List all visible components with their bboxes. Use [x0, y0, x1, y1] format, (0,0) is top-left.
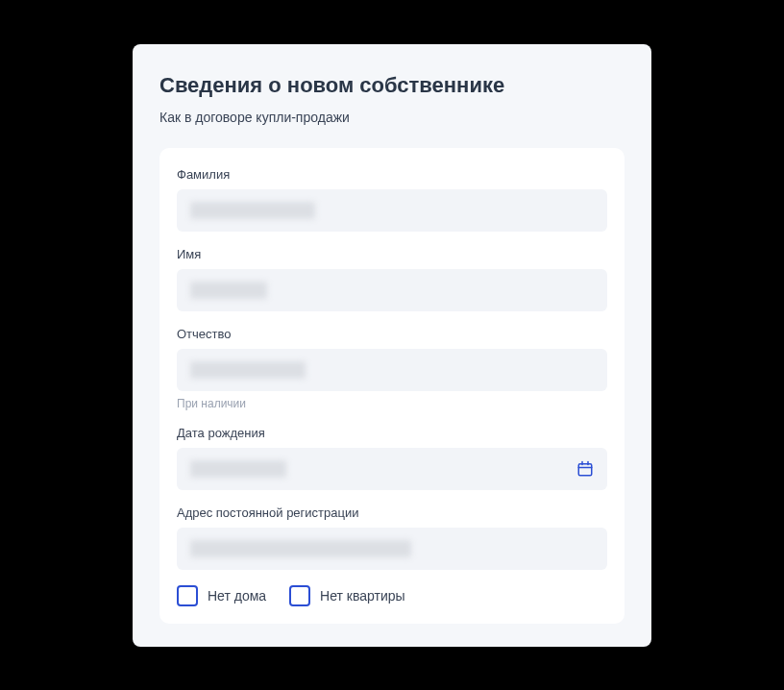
surname-label: Фамилия: [177, 167, 607, 182]
patronymic-input[interactable]: [177, 349, 607, 391]
birthdate-label: Дата рождения: [177, 426, 607, 440]
form-card: Фамилия Имя Отчество При наличии Дата ро…: [159, 148, 625, 624]
name-label: Имя: [177, 247, 607, 261]
checkbox-no-apartment[interactable]: Нет квартиры: [289, 585, 404, 606]
field-surname: Фамилия: [177, 167, 607, 232]
redacted-value: [190, 540, 411, 557]
field-patronymic: Отчество При наличии: [177, 327, 607, 410]
checkbox-box: [289, 585, 310, 606]
form-container: Сведения о новом собственнике Как в дого…: [133, 44, 651, 647]
redacted-value: [190, 460, 286, 478]
address-input[interactable]: [177, 528, 607, 570]
surname-input[interactable]: [177, 189, 607, 232]
redacted-value: [190, 361, 306, 379]
patronymic-label: Отчество: [177, 327, 607, 341]
calendar-icon[interactable]: [576, 460, 594, 478]
checkbox-no-house[interactable]: Нет дома: [177, 585, 266, 606]
checkbox-row: Нет дома Нет квартиры: [177, 585, 607, 606]
checkbox-no-apartment-label: Нет квартиры: [320, 588, 404, 604]
field-address: Адрес постоянной регистрации: [177, 505, 607, 570]
page-title: Сведения о новом собственнике: [159, 73, 625, 98]
svg-rect-0: [578, 463, 592, 475]
checkbox-box: [177, 585, 198, 606]
redacted-value: [190, 202, 315, 219]
patronymic-hint: При наличии: [177, 397, 607, 410]
field-birthdate: Дата рождения: [177, 426, 607, 490]
name-input[interactable]: [177, 269, 607, 311]
page-subtitle: Как в договоре купли-продажи: [159, 110, 625, 125]
address-label: Адрес постоянной регистрации: [177, 505, 607, 520]
checkbox-no-house-label: Нет дома: [208, 588, 266, 604]
redacted-value: [190, 282, 267, 299]
field-name: Имя: [177, 247, 607, 311]
birthdate-input[interactable]: [177, 448, 607, 490]
